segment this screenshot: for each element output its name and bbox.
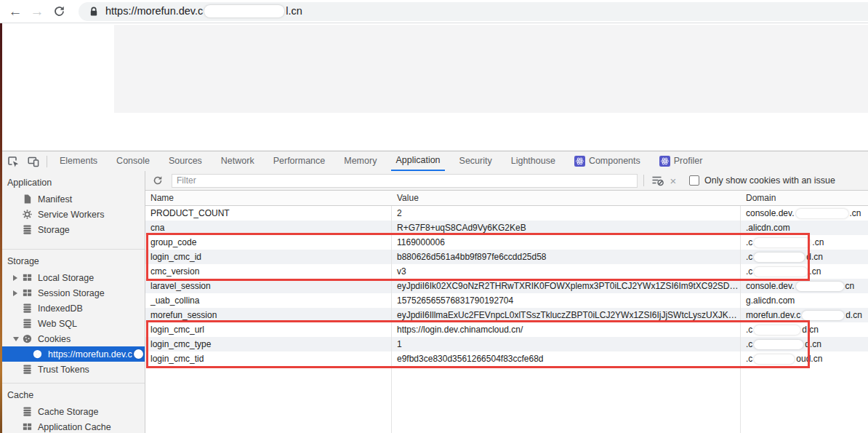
tab-security[interactable]: Security [455,152,497,170]
column-header-name[interactable]: Name [145,191,392,205]
cookie-row-morefun_session[interactable]: morefun_sessioneyJpdiI6IllmaExUc2FEVnpcL… [145,308,868,322]
tab-memory[interactable]: Memory [339,152,381,170]
cookie-filter-input[interactable] [172,174,638,188]
tab-application[interactable]: Application [391,151,444,171]
cookie-domain-cell[interactable]: console.dev..cn [741,206,868,221]
cookie-domain-cell[interactable]: console.dev.cn [741,279,868,293]
chevron-down-icon[interactable] [13,337,22,341]
cookie-value-cell[interactable]: 1169000006 [392,235,741,250]
chevron-right-icon[interactable] [13,290,22,296]
sidebar-item-local-storage[interactable]: Local Storage [0,270,145,285]
sidebar-item-session-storage[interactable]: Session Storage [0,285,145,301]
forward-arrow-icon: → [31,4,44,20]
db-icon [22,364,33,375]
inspect-element-button[interactable] [3,151,23,171]
cookie-row-login_cmc_id[interactable]: login_cmc_idb880626d561a4bb9f897fe6ccdd2… [145,250,868,264]
cookie-name-cell[interactable]: group_code [145,235,392,250]
cookie-name-cell[interactable]: login_cmc_id [145,250,392,264]
domain-suffix: d.cn [805,339,821,349]
cookie-domain-cell[interactable]: g.alicdn.com [741,293,868,308]
cookie-value-cell[interactable]: eyJpdiI6Ik02XC9oNzR2THRwTXRIK0FOWXplemx3… [392,279,741,293]
refresh-cookies-button[interactable] [150,172,166,188]
tab-lighthouse[interactable]: Lighthouse [507,152,560,170]
cookie-domain-cell[interactable]: .coud.cn [741,351,868,366]
cookie-name-cell[interactable]: morefun_session [145,308,392,322]
cookie-row-laravel_session[interactable]: laravel_sessioneyJpdiI6Ik02XC9oNzR2THRwT… [145,279,868,293]
sidebar-item-manifest[interactable]: Manifest [0,191,145,207]
cookie-value-cell[interactable]: 1 [392,337,741,351]
issue-filter-label[interactable]: Only show cookies with an issue [704,175,835,186]
cookie-name-cell[interactable]: _uab_collina [145,293,392,308]
redaction-scribble [134,349,143,359]
cookie-name-cell[interactable]: cmc_version [145,264,392,279]
cookie-row-login_cmc_tid[interactable]: login_cmc_tide9fbd3ce830d3561266504f83cc… [145,351,868,366]
cookie-row-group_code[interactable]: group_code1169000006.c.cn [145,235,868,250]
tab-profiler[interactable]: Profiler [655,152,707,170]
address-bar[interactable]: https://morefun.dev.cl.cn [79,2,868,21]
sidebar-item-storage[interactable]: Storage [0,222,145,237]
cookie-name-cell[interactable]: laravel_session [145,279,392,293]
tab-console[interactable]: Console [112,152,154,170]
column-header-domain[interactable]: Domain [741,191,868,205]
cookie-value-cell[interactable]: R+G7F8+uqS8CAd9Vy6KG2KeB [392,221,741,235]
tab-elements[interactable]: Elements [55,152,102,170]
sidebar-item-web-sql[interactable]: Web SQL [0,316,145,331]
db-icon [22,224,33,235]
tab-label: Elements [60,152,97,170]
cookie-domain-cell[interactable]: .cd.cn [741,250,868,264]
tab-network[interactable]: Network [217,152,259,170]
sidebar-item-cookies[interactable]: Cookies [0,331,145,346]
cookie-value-cell[interactable]: v3 [392,264,741,279]
cookie-row-cmc_version[interactable]: cmc_versionv3.c.cn [145,264,868,279]
sidebar-item-service-workers[interactable]: Service Workers [0,207,145,222]
back-button[interactable]: ← [4,1,26,22]
cookie-name-cell[interactable]: login_cmc_url [145,322,392,337]
device-toolbar-button[interactable] [23,151,44,171]
application-sidebar: ApplicationManifestService WorkersStorag… [0,171,145,433]
redaction-scribble [754,340,803,349]
cookie-row-_uab_collina[interactable]: _uab_collina157526565576831790192704g.al… [145,293,868,308]
cookie-name-cell[interactable]: cna [145,221,392,235]
cookie-row-login_cmc_url[interactable]: login_cmc_urlhttps://login.dev.chinamclo… [145,322,868,337]
clear-filter-icon-button[interactable] [650,172,666,188]
sidebar-item-indexeddb[interactable]: IndexedDB [0,301,145,316]
cookie-value-cell[interactable]: 157526565576831790192704 [392,293,741,308]
cookie-row-login_cmc_type[interactable]: login_cmc_type1.cd.cn [145,337,868,351]
reload-icon [53,5,65,17]
reload-button[interactable] [48,1,70,22]
sidebar-item-cache-storage[interactable]: Cache Storage [0,404,145,419]
cookie-domain-cell[interactable]: .c.cn [741,235,868,250]
close-icon: × [670,175,677,187]
tab-components[interactable]: Components [570,152,645,170]
cookie-domain-cell[interactable]: .cd.cn [741,337,868,351]
cookie-name-cell[interactable]: login_cmc_type [145,337,392,351]
cookie-domain-cell[interactable]: .c.cn [741,264,868,279]
cookie-value-cell[interactable]: e9fbd3ce830d3561266504f83ccfe68d [392,351,741,366]
issue-filter-checkbox[interactable] [689,175,699,186]
cookie-row-cna[interactable]: cnaR+G7F8+uqS8CAd9Vy6KG2KeB.alicdn.com [145,221,868,235]
column-header-value[interactable]: Value [392,191,741,205]
url-text: https://morefun.dev.cl.cn [105,5,302,18]
sidebar-item-https-morefun-dev-c[interactable]: https://morefun.dev.c [0,346,145,362]
cookie-value-cell[interactable]: eyJpdiI6IllmaExUc2FEVnpcL0xlTSszTkluczZB… [392,308,741,322]
back-arrow-icon: ← [9,4,23,20]
tab-sources[interactable]: Sources [164,152,206,170]
sidebar-item-application-cache[interactable]: Application Cache [0,419,145,433]
sidebar-section-storage: StorageLocal StorageSession StorageIndex… [0,249,145,383]
chevron-right-icon[interactable] [13,275,22,281]
cookie-value-cell[interactable]: 2 [392,206,741,221]
devtools-tab-bar: ElementsConsoleSourcesNetworkPerformance… [0,151,868,171]
forward-button[interactable]: → [26,1,48,22]
cookie-name-cell[interactable]: login_cmc_tid [145,351,392,366]
clear-button[interactable]: × [666,175,680,187]
cookie-row-PRODUCT_COUNT[interactable]: PRODUCT_COUNT2console.dev..cn [145,206,868,221]
cookie-name-cell[interactable]: PRODUCT_COUNT [145,206,392,221]
domain-prefix: .c [746,237,752,247]
cookie-domain-cell[interactable]: .alicdn.com [741,221,868,235]
cookie-domain-cell[interactable]: morefun.dev.cd.cn [741,308,868,322]
sidebar-item-trust-tokens[interactable]: Trust Tokens [0,362,145,377]
cookie-value-cell[interactable]: b880626d561a4bb9f897fe6ccdd25d58 [392,250,741,264]
tab-performance[interactable]: Performance [269,152,330,170]
cookie-value-cell[interactable]: https://login.dev.chinamcloud.cn/ [392,322,741,337]
cookie-domain-cell[interactable]: .cd.cn [741,322,868,337]
